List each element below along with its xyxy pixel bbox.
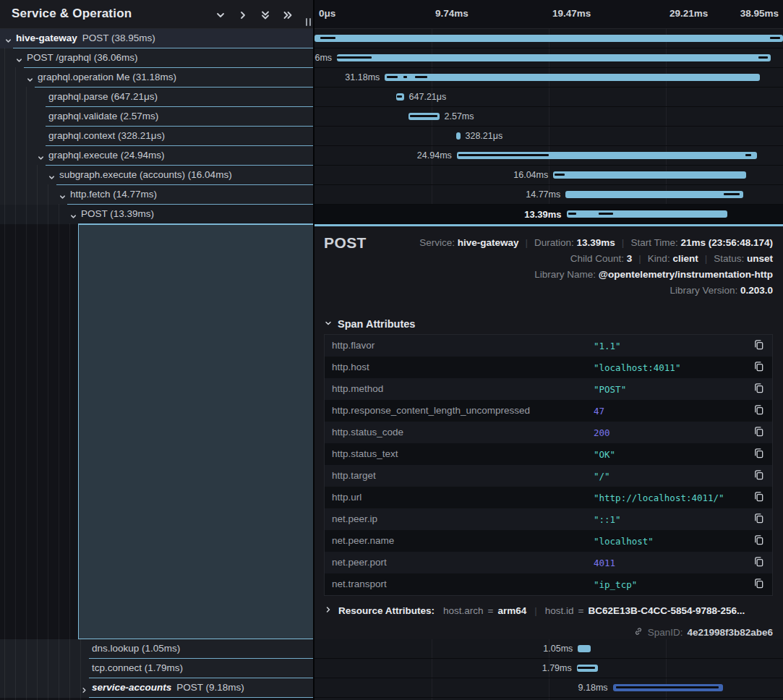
chevron-down-icon[interactable] <box>59 191 67 200</box>
copy-icon[interactable] <box>750 533 766 549</box>
attribute-value: "POST" <box>594 384 626 395</box>
meta-label: Duration: <box>534 237 574 248</box>
timeline-tick-label: 19.47ms <box>552 8 591 19</box>
timeline-row[interactable]: 1.05ms <box>315 639 783 659</box>
attribute-key: http.url <box>332 492 361 503</box>
attribute-key: http.flavor <box>332 340 375 351</box>
span-duration-label: 328.21μs <box>466 131 503 141</box>
span-name-label: graphql.execute (24.94ms) <box>48 150 165 161</box>
span-tree-row[interactable]: dns.lookup (1.05ms) <box>0 639 314 659</box>
span-name-label: tcp.connect (1.79ms) <box>92 662 183 673</box>
attribute-key: http.status_text <box>332 448 398 459</box>
span-tree-row[interactable]: graphql.validate (2.57ms) <box>0 107 314 127</box>
span-bar[interactable] <box>315 35 783 42</box>
copy-icon[interactable] <box>750 446 766 462</box>
copy-icon[interactable] <box>750 403 766 419</box>
timeline-row[interactable]: 31.18ms <box>315 68 783 88</box>
meta-label: Child Count: <box>570 253 624 264</box>
resource-attributes-row[interactable]: Resource Attributes:host.arch=arm64|host… <box>324 605 745 616</box>
span-tree-row[interactable]: subgraph.execute (accounts) (16.04ms) <box>0 166 314 185</box>
span-tree-row[interactable]: tcp.connect (1.79ms) <box>0 659 314 678</box>
timeline-tick-label: 38.95ms <box>740 8 779 19</box>
copy-icon[interactable] <box>750 468 766 484</box>
span-name-label: http.fetch (14.77ms) <box>70 189 157 200</box>
span-bar[interactable] <box>577 665 599 672</box>
resource-key: host.id <box>545 605 574 616</box>
copy-icon[interactable] <box>750 424 766 440</box>
span-id-row: SpanID: 4e21998f3b82abe6 <box>633 626 773 639</box>
span-tree-row[interactable]: graphql.execute (24.94ms) <box>0 146 314 166</box>
span-bar[interactable] <box>567 210 728 218</box>
span-bar[interactable] <box>613 684 724 691</box>
timeline-row[interactable]: 36.06ms <box>315 48 783 68</box>
timeline-row[interactable]: 13.39ms <box>315 205 783 224</box>
chevron-down-icon[interactable] <box>48 171 56 180</box>
service-name: service-accounts <box>92 682 171 693</box>
copy-icon[interactable] <box>750 338 766 354</box>
meta-value: @opentelemetry/instrumentation-http <box>599 269 773 280</box>
attribute-value: 200 <box>594 427 610 438</box>
span-attributes-toggle[interactable]: Span Attributes <box>324 318 415 330</box>
span-bar[interactable] <box>553 171 746 179</box>
double-chevron-right-icon[interactable] <box>281 9 294 21</box>
attribute-row: net.transport "ip_tcp" <box>325 573 772 595</box>
attribute-row: http.response_content_length_uncompresse… <box>325 400 772 422</box>
copy-icon[interactable] <box>750 576 766 592</box>
chevron-right-icon[interactable] <box>236 9 249 21</box>
span-bar[interactable] <box>456 132 461 140</box>
span-tree-row[interactable]: graphql.parse (647.21μs) <box>0 88 314 107</box>
timeline-row[interactable]: 16.04ms <box>315 166 783 185</box>
meta-value: unset <box>747 253 773 264</box>
attribute-row: http.flavor "1.1" <box>325 335 772 357</box>
attribute-value: "1.1" <box>594 341 621 351</box>
timeline-row[interactable]: 24.94ms <box>315 146 783 166</box>
timeline-row[interactable]: 2.57ms <box>315 107 783 127</box>
span-bar[interactable] <box>385 74 760 81</box>
attribute-value: "localhost:4011" <box>594 362 680 373</box>
indent-guide <box>59 204 59 700</box>
selected-span-expansion <box>78 224 314 639</box>
chevron-down-icon[interactable] <box>15 54 24 63</box>
span-bar[interactable] <box>457 152 757 159</box>
timeline-row[interactable]: 328.21μs <box>315 127 783 146</box>
span-tree-row[interactable]: http.fetch (14.77ms) <box>0 185 314 205</box>
timeline-row[interactable]: 647.21μs <box>315 88 783 107</box>
span-bar[interactable] <box>396 93 404 101</box>
timeline-row[interactable]: 1.79ms <box>315 659 783 678</box>
span-tree-row[interactable]: hive-gatewayPOST (38.95ms) <box>0 29 314 48</box>
copy-icon[interactable] <box>750 511 766 527</box>
copy-icon[interactable] <box>750 381 766 397</box>
chevron-down-icon[interactable] <box>214 9 226 21</box>
span-tree-row[interactable]: graphql.operation Me (31.18ms) <box>0 68 314 88</box>
span-tree-row[interactable]: POST (13.39ms) <box>0 205 314 224</box>
copy-icon[interactable] <box>750 555 766 571</box>
span-name-label: POST (9.18ms) <box>176 682 244 693</box>
timeline-tick-label: 0μs <box>319 8 335 19</box>
copy-icon[interactable] <box>750 359 766 375</box>
span-duration-label: 2.57ms <box>445 111 474 121</box>
chevron-down-icon[interactable] <box>26 74 35 82</box>
timeline-row[interactable]: 38.95ms <box>315 29 783 48</box>
span-duration-label: 647.21μs <box>409 92 447 102</box>
chevron-down-icon[interactable] <box>4 35 13 43</box>
link-icon[interactable] <box>633 626 643 639</box>
span-tree-row[interactable]: POST /graphql (36.06ms) <box>0 48 314 68</box>
span-bar[interactable] <box>337 54 771 61</box>
span-tree-row[interactable]: graphql.context (328.21μs) <box>0 127 314 146</box>
chevron-right-icon[interactable] <box>80 684 89 693</box>
copy-icon[interactable] <box>750 490 766 505</box>
span-bar[interactable] <box>408 113 440 120</box>
double-chevron-down-icon[interactable] <box>259 9 271 21</box>
span-tree-row[interactable]: service-accountsPOST (9.18ms) <box>0 678 314 698</box>
timeline-row[interactable]: 9.18ms <box>315 678 783 698</box>
detail-meta-line: Library Name: @opentelemetry/instrumenta… <box>419 267 773 283</box>
timeline-row[interactable]: 14.77ms <box>315 185 783 205</box>
span-bar[interactable] <box>565 191 743 198</box>
panel-resize-handle[interactable] <box>306 18 311 26</box>
meta-label: Start Time: <box>630 237 677 248</box>
attribute-value: "/" <box>594 471 610 482</box>
span-bar[interactable] <box>578 645 591 652</box>
timeline-panel: 0μs9.74ms19.47ms29.21ms38.95ms 38.95ms 3… <box>315 0 783 700</box>
chevron-down-icon[interactable] <box>37 152 46 161</box>
chevron-down-icon[interactable] <box>69 210 78 219</box>
